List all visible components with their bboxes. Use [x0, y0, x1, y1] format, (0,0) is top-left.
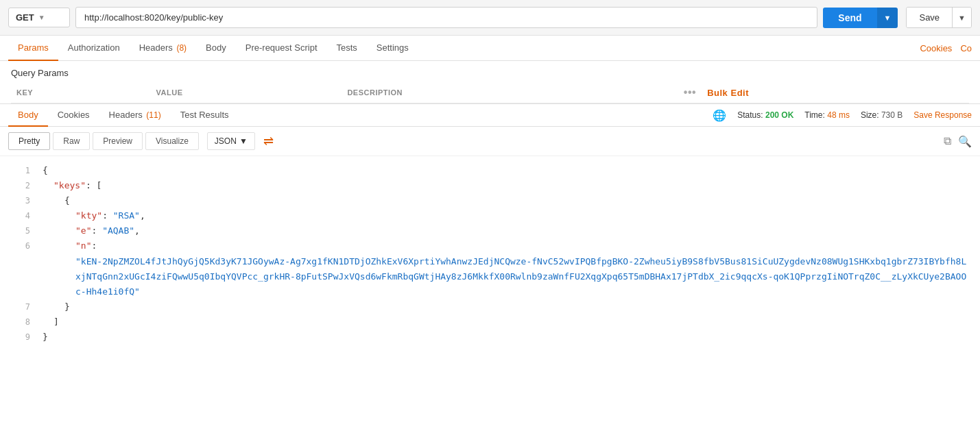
status-value: 200 OK [765, 110, 793, 120]
save-button[interactable]: Save [907, 8, 952, 27]
json-line-7: 7 } [11, 299, 969, 314]
tab-pre-request[interactable]: Pre-request Script [236, 36, 327, 61]
cookies-link[interactable]: Cookies [920, 43, 952, 53]
json-line-2: 2 "keys": [ [11, 178, 969, 193]
save-btn-group: Save ▼ [906, 7, 972, 28]
response-tabs-bar: Body Cookies Headers (11) Test Results 🌐… [0, 104, 980, 127]
format-tabs-bar: Pretty Raw Preview Visualize JSON ▼ ⇌ ⧉ … [0, 127, 980, 156]
url-input[interactable] [75, 7, 817, 28]
fmt-tab-raw[interactable]: Raw [53, 132, 90, 150]
resp-tab-cookies[interactable]: Cookies [48, 104, 99, 127]
top-bar: GET ▼ Send ▼ Save ▼ [0, 0, 980, 36]
fmt-tab-visualize[interactable]: Visualize [145, 132, 199, 150]
tab-tests[interactable]: Tests [327, 36, 367, 61]
col-value: VALUE [151, 84, 342, 103]
tab-authorization[interactable]: Authorization [58, 36, 130, 61]
fmt-right: ⧉ 🔍 [944, 135, 972, 148]
send-btn-group: Send ▼ [823, 8, 898, 28]
json-line-9: 9 } [11, 330, 969, 345]
method-select[interactable]: GET ▼ [8, 8, 70, 27]
response-area: Body Cookies Headers (11) Test Results 🌐… [0, 103, 980, 351]
params-table: KEY VALUE DESCRIPTION ••• Bulk Edit [11, 84, 969, 103]
col-key: KEY [11, 84, 151, 103]
time-value: 48 ms [827, 110, 850, 120]
json-line-1: 1 { [11, 163, 969, 178]
wrap-icon[interactable]: ⇌ [263, 134, 274, 149]
tabs-right: Cookies Co [920, 43, 972, 53]
resp-tab-test-results[interactable]: Test Results [171, 104, 239, 127]
co-link[interactable]: Co [960, 43, 972, 53]
status-label: Status: 200 OK [737, 110, 793, 120]
col-bulk: Bulk Edit [702, 84, 969, 103]
format-select[interactable]: JSON ▼ [207, 132, 255, 150]
save-arrow-button[interactable]: ▼ [952, 8, 971, 27]
json-line-5: 5 "e": "AQAB", [11, 223, 969, 238]
resp-tab-headers[interactable]: Headers (11) [99, 104, 171, 127]
json-line-8: 8 ] [11, 314, 969, 330]
copy-icon[interactable]: ⧉ [944, 135, 951, 147]
resp-tab-body[interactable]: Body [8, 104, 48, 127]
time-label: Time: 48 ms [804, 110, 850, 120]
tab-settings[interactable]: Settings [367, 36, 418, 61]
more-options-icon[interactable]: ••• [684, 86, 696, 98]
json-viewer: 1 { 2 "keys": [ 3 { 4 "kty": "RSA", 5 "e… [0, 156, 980, 351]
fmt-tab-pretty[interactable]: Pretty [8, 132, 50, 150]
query-params-title: Query Params [11, 68, 969, 78]
bulk-edit-link[interactable]: Bulk Edit [707, 88, 749, 98]
send-button[interactable]: Send [823, 8, 876, 28]
col-description: DESCRIPTION [342, 84, 678, 103]
size-value: 730 B [881, 110, 903, 120]
search-icon[interactable]: 🔍 [958, 135, 972, 148]
resp-status-bar: 🌐 Status: 200 OK Time: 48 ms Size: 730 B… [713, 109, 972, 122]
request-tabs: Params Authorization Headers (8) Body Pr… [0, 36, 980, 61]
format-chevron-icon: ▼ [239, 136, 248, 146]
tab-params[interactable]: Params [8, 36, 58, 61]
send-arrow-button[interactable]: ▼ [877, 8, 898, 28]
format-value: JSON [215, 136, 237, 146]
tab-headers[interactable]: Headers (8) [130, 36, 196, 61]
col-dots: ••• [678, 84, 702, 103]
globe-icon[interactable]: 🌐 [713, 109, 726, 122]
json-line-4: 4 "kty": "RSA", [11, 208, 969, 223]
method-chevron-icon: ▼ [38, 14, 45, 21]
fmt-tab-preview[interactable]: Preview [93, 132, 143, 150]
tab-body[interactable]: Body [196, 36, 236, 61]
method-label: GET [16, 12, 34, 23]
size-label: Size: 730 B [861, 110, 903, 120]
query-params-section: Query Params KEY VALUE DESCRIPTION ••• B… [0, 61, 980, 103]
save-response-button[interactable]: Save Response [913, 110, 972, 120]
json-line-3: 3 { [11, 193, 969, 208]
json-line-6: 6 "n": "kEN-2NpZMZOL4fJtJhQyGjQ5Kd3yK71J… [11, 238, 969, 299]
